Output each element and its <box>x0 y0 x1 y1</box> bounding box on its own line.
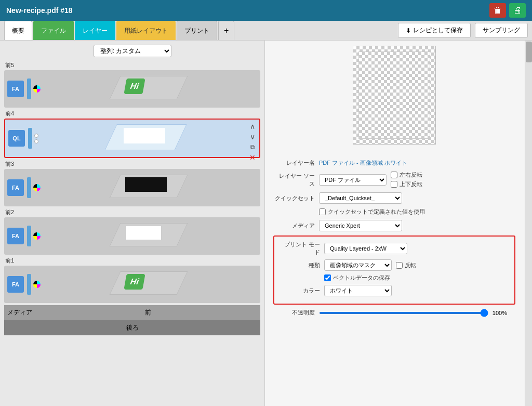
print-mode-select[interactable]: Quality Layered - 2xW <box>324 243 407 254</box>
print-mode-row: プリント モード Quality Layered - 2xW <box>278 241 510 256</box>
flip-v-checkbox[interactable] <box>391 181 397 188</box>
layer2-preview <box>45 220 257 252</box>
tab-paper-layout[interactable]: 用紙レイアウト <box>116 21 176 40</box>
sort-bar: 整列: カスタム <box>4 45 260 57</box>
tab-add[interactable]: + <box>218 21 234 40</box>
layer1-color-bar <box>27 274 31 295</box>
layer5-label: 前5 <box>4 61 260 69</box>
layer-section-3: 前3 FA <box>4 160 260 206</box>
red-section: プリント モード Quality Layered - 2xW 種類 画像領域のマ… <box>273 235 515 305</box>
scroll-thumb <box>526 42 532 62</box>
tab-list: 概要 ファイル レイヤー 用紙レイアウト プリント + <box>4 21 234 40</box>
layer5-cmyk <box>33 85 41 93</box>
vector-data-checkbox[interactable] <box>324 274 331 281</box>
quickset-check-row: クイックセットで定義された値を使用 <box>319 208 515 216</box>
title-bar: New-recipe.pdf #18 🗑 🖨 <box>0 0 532 21</box>
layer4-down-btn[interactable]: ∨ <box>248 132 257 141</box>
layer5-badge: FA <box>7 81 24 97</box>
quickset-checkbox[interactable] <box>319 208 326 215</box>
color-select[interactable]: ホワイト <box>324 285 392 296</box>
preview-inner <box>358 51 430 139</box>
layer4-copy-btn[interactable]: ⧉ <box>248 142 257 152</box>
layer-source-label: レイヤー ソース <box>273 172 315 188</box>
reverse-label[interactable]: 反転 <box>396 261 416 269</box>
opacity-slider[interactable] <box>319 312 488 314</box>
back-label-row: 後ろ <box>4 320 260 335</box>
tab-overview[interactable]: 概要 <box>4 21 32 40</box>
layer-item-5[interactable]: FA Hi <box>4 70 260 108</box>
process-label: 種類 <box>278 261 320 269</box>
opacity-value: 100% <box>493 310 507 316</box>
layer4-badge: QL <box>8 130 25 147</box>
flip-h-checkbox[interactable] <box>391 172 397 178</box>
hi-logo-5: Hi <box>124 78 145 94</box>
layer3-cmyk <box>33 184 41 191</box>
preview-box <box>353 46 436 145</box>
hi-logo-1: Hi <box>124 274 145 290</box>
bottom-labels: メディア 前 <box>4 305 260 320</box>
vector-data-row: ベクトルデータの保存 <box>324 274 510 282</box>
save-recipe-button[interactable]: ⬇ レシピとして保存 <box>398 23 471 38</box>
layer5-color-bar <box>27 78 31 99</box>
process-select[interactable]: 画像領域のマスク <box>324 259 392 271</box>
print-button[interactable]: 🖨 <box>509 3 526 18</box>
layer-item-4[interactable]: QL ∧ ∨ ⧉ ✕ <box>4 119 260 158</box>
tab-files[interactable]: ファイル <box>33 21 74 40</box>
opacity-label: 不透明度 <box>273 309 315 317</box>
quickset-check-label[interactable]: クイックセットで定義された値を使用 <box>319 208 425 216</box>
layer-name-row: レイヤー名 PDF ファイル - 画像領域 ホワイト <box>273 159 515 167</box>
opacity-row: 不透明度 100% <box>273 309 507 317</box>
media-label-right: メディア <box>273 222 315 230</box>
layer-source-select[interactable]: PDF ファイル <box>319 174 387 186</box>
layer4-delete-btn[interactable]: ✕ <box>248 153 257 162</box>
layer-section-2: 前2 FA <box>4 208 260 255</box>
app-title: New-recipe.pdf #18 <box>6 6 73 15</box>
process-row: 種類 画像領域のマスク 反転 <box>278 259 510 271</box>
layer2-label: 前2 <box>4 208 260 216</box>
print-mode-label: プリント モード <box>278 241 320 256</box>
layer2-color-bar <box>27 226 31 246</box>
tab-print[interactable]: プリント <box>177 21 217 40</box>
layer-section-1: 前1 FA Hi <box>4 257 260 303</box>
layer-item-1[interactable]: FA Hi <box>4 266 260 303</box>
layer4-color-bar <box>28 128 32 149</box>
tab-right-actions: ⬇ レシピとして保存 サンプリング <box>398 23 528 38</box>
layer-name-label: レイヤー名 <box>273 159 315 167</box>
layer3-label: 前3 <box>4 160 260 168</box>
layer4-label: 前4 <box>4 110 260 117</box>
flip-v-label[interactable]: 上下反転 <box>391 180 422 188</box>
layer-item-3[interactable]: FA <box>4 169 260 206</box>
layer3-badge: FA <box>7 179 24 196</box>
quickset-select[interactable]: _Default_Quickset_ <box>319 192 402 204</box>
reverse-checkbox[interactable] <box>396 262 403 269</box>
layer4-dot2 <box>34 139 38 143</box>
front-label: 前 <box>35 305 260 320</box>
scrollbar[interactable] <box>525 41 532 406</box>
tab-bar: 概要 ファイル レイヤー 用紙レイアウト プリント + ⬇ レシピとして保存 サ… <box>0 21 532 41</box>
sort-select[interactable]: 整列: カスタム <box>94 45 171 57</box>
right-panel: レイヤー名 PDF ファイル - 画像領域 ホワイト レイヤー ソース PDF … <box>265 41 532 406</box>
color-row: カラー ホワイト <box>278 285 510 296</box>
media-select[interactable]: Generic Xpert <box>319 220 402 231</box>
layer-item-2[interactable]: FA <box>4 217 260 255</box>
layer3-preview <box>45 172 257 203</box>
flip-options: 左右反転 上下反転 <box>391 171 422 188</box>
quickset-row: クイックセット _Default_Quickset_ <box>273 192 515 204</box>
layer4-up-btn[interactable]: ∧ <box>248 122 257 131</box>
tab-layers[interactable]: レイヤー <box>75 21 115 40</box>
vector-data-label[interactable]: ベクトルデータの保存 <box>324 274 390 282</box>
main-layout: 整列: カスタム 前5 FA Hi <box>0 41 532 406</box>
flip-h-label[interactable]: 左右反転 <box>391 171 422 179</box>
title-bar-actions: 🗑 🖨 <box>489 3 526 18</box>
media-label: メディア <box>4 305 35 320</box>
layer3-color-bar <box>27 177 31 198</box>
sampling-button[interactable]: サンプリング <box>475 23 528 38</box>
trash-button[interactable]: 🗑 <box>489 3 506 18</box>
back-label: 後ろ <box>4 320 260 335</box>
layer1-badge: FA <box>7 276 24 293</box>
layer2-badge: FA <box>7 228 24 244</box>
layer4-dot1 <box>34 134 38 138</box>
layer-section-4: 前4 QL ∧ ∨ ⧉ ✕ <box>4 110 260 158</box>
layer1-cmyk <box>33 281 41 288</box>
color-label: カラー <box>278 287 320 295</box>
